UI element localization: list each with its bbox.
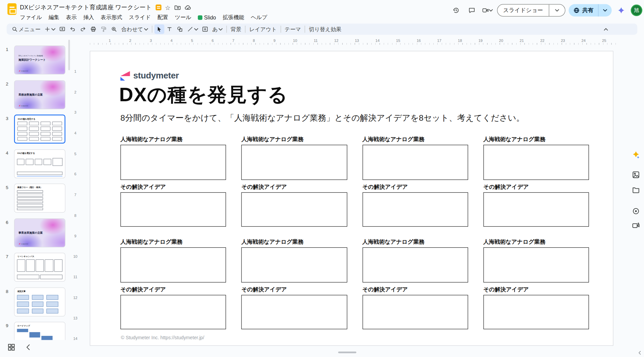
slide-thumbnail-3[interactable]: 3 DXの種を発見する — [0, 115, 69, 143]
slide-canvas[interactable]: studymeter DXの種を発見する 8分間のタイマーをかけて、「人海戦術な… — [90, 51, 613, 346]
version-history-button[interactable] — [450, 4, 462, 16]
thumbnail-preview[interactable]: DXビジネスアーキテクト育成講座 施策設計ワークシート studymeter — [14, 46, 65, 74]
new-slide-button[interactable] — [43, 24, 57, 34]
idea-input-box[interactable] — [120, 295, 226, 329]
problem-label[interactable]: 人海戦術なアナログ業務 — [241, 238, 347, 246]
share-button[interactable]: 共有 — [569, 4, 598, 16]
problem-input-box[interactable] — [120, 247, 226, 283]
thumbnail-preview[interactable]: 業務改善施策の立案 studymeter — [14, 80, 65, 109]
search-menus-button[interactable]: メニュー — [10, 24, 42, 34]
theme-button[interactable]: テーマ — [283, 24, 303, 34]
problem-input-box[interactable] — [241, 145, 347, 180]
slideshow-button[interactable]: スライドショー — [497, 5, 549, 16]
idea-label[interactable]: その解決アイデア — [241, 183, 347, 191]
filmstrip-scrollbar[interactable] — [68, 40, 70, 70]
shape-tool-button[interactable] — [175, 24, 185, 34]
idea-input-box[interactable] — [120, 192, 226, 227]
text-box-tool-button[interactable] — [165, 24, 175, 34]
thumbnail-preview[interactable]: 事業改革施策の立案 studymeter — [14, 218, 65, 247]
problem-input-box[interactable] — [362, 247, 468, 283]
problem-label[interactable]: 人海戦術なアナログ業務 — [241, 136, 347, 143]
slide-thumbnail-2[interactable]: 2 業務改善施策の立案 studymeter — [0, 80, 69, 109]
slide-thumbnail-9[interactable]: 9 ロードマップ — [0, 322, 69, 340]
idea-input-box[interactable] — [483, 295, 589, 329]
thumbnail-preview[interactable]: DXの種を選定する — [14, 149, 65, 178]
slide-thumbnail-1[interactable]: 1 DXビジネスアーキテクト育成講座 施策設計ワークシート studymeter — [0, 46, 69, 74]
menu-view[interactable]: 表示 — [63, 13, 80, 22]
input-tools-button[interactable]: あ — [211, 24, 224, 34]
menu-slido[interactable]: Slido — [195, 13, 219, 21]
problem-input-box[interactable] — [120, 145, 226, 180]
side-panel-collapse-button[interactable] — [637, 350, 642, 357]
problem-label[interactable]: 人海戦術なアナログ業務 — [483, 136, 589, 143]
problem-label[interactable]: 人海戦術なアナログ業務 — [483, 238, 589, 246]
star-icon[interactable]: ☆ — [165, 4, 171, 11]
spark-tools-button[interactable] — [630, 149, 642, 161]
slide-thumbnail-4[interactable]: 4 DXの種を選定する — [0, 149, 69, 178]
problem-label[interactable]: 人海戦術なアナログ業務 — [120, 238, 226, 246]
comments-button[interactable] — [466, 4, 478, 16]
undo-button[interactable] — [68, 24, 78, 34]
studymeter-logo[interactable]: studymeter — [120, 70, 179, 81]
idea-label[interactable]: その解決アイデア — [120, 183, 226, 191]
doc-status-badge-icon[interactable] — [155, 5, 161, 10]
background-button[interactable]: 背景 — [229, 24, 243, 34]
menu-extensions[interactable]: 拡張機能 — [219, 13, 248, 22]
problem-label[interactable]: 人海戦術なアナログ業務 — [362, 136, 468, 143]
idea-label[interactable]: その解決アイデア — [483, 183, 589, 191]
thumbnail-preview[interactable]: 仮説文章 — [14, 288, 65, 316]
slide-thumbnail-7[interactable]: 7 リーンキャンバス — [0, 253, 69, 282]
doc-title[interactable]: DXビジネスアーキテクト育成講座 ワークシート — [20, 3, 152, 11]
gemini-button[interactable] — [615, 4, 628, 16]
slide-thumbnail-8[interactable]: 8 仮説文章 — [0, 288, 69, 316]
insert-image-button[interactable] — [200, 24, 210, 34]
slide-subtitle[interactable]: 8分間のタイマーをかけて、「人海戦術なアナログ業務」とその解決アイデアを8セット… — [120, 113, 525, 124]
new-slide-layout-button[interactable] — [57, 24, 67, 34]
insert-image-rail-button[interactable] — [630, 169, 642, 180]
idea-label[interactable]: その解決アイデア — [241, 286, 347, 293]
problem-label[interactable]: 人海戦術なアナログ業務 — [120, 136, 226, 143]
zoom-button[interactable] — [109, 24, 119, 34]
thumbnail-preview[interactable]: ロードマップ — [14, 322, 65, 340]
paint-format-button[interactable] — [99, 24, 109, 34]
meet-button[interactable] — [481, 4, 494, 16]
idea-label[interactable]: その解決アイデア — [120, 286, 226, 293]
slideshow-options-button[interactable] — [549, 5, 565, 16]
menu-edit[interactable]: 編集 — [45, 13, 63, 22]
collapse-toolbar-button[interactable] — [601, 24, 611, 34]
grid-view-button[interactable] — [7, 343, 15, 353]
menu-file[interactable]: ファイル — [16, 13, 45, 22]
transition-button[interactable]: 切り替え効果 — [307, 24, 343, 34]
horizontal-scrollbar[interactable] — [338, 352, 356, 353]
drive-rail-button[interactable] — [630, 184, 642, 196]
slide-thumbnail-6[interactable]: 6 事業改革施策の立案 studymeter — [0, 218, 69, 247]
problem-input-box[interactable] — [483, 247, 589, 283]
zoom-fit-select[interactable]: 合わせて — [120, 24, 150, 34]
menu-format[interactable]: 表示形式 — [97, 13, 125, 22]
problem-input-box[interactable] — [362, 145, 468, 180]
problem-input-box[interactable] — [241, 247, 347, 283]
slide-footer[interactable]: © Studymeter Inc. https://studymeter.jp/ — [121, 335, 204, 340]
avatar[interactable]: 旭 — [631, 5, 642, 16]
camera-rail-button[interactable] — [630, 220, 642, 231]
thumbnail-preview-selected[interactable]: DXの種を発見する — [14, 115, 65, 143]
thumbnail-preview[interactable]: 業務フロー（現行・将来） — [14, 184, 65, 213]
menu-insert[interactable]: 挿入 — [80, 13, 97, 22]
collapse-filmstrip-button[interactable] — [24, 343, 32, 353]
thumbnail-preview[interactable]: リーンキャンバス — [14, 253, 65, 282]
layout-button[interactable]: レイアウト — [248, 24, 278, 34]
menu-tools[interactable]: ツール — [171, 13, 195, 22]
idea-input-box[interactable] — [241, 192, 347, 227]
idea-input-box[interactable] — [241, 295, 347, 329]
move-folder-icon[interactable] — [174, 4, 181, 11]
problem-label[interactable]: 人海戦術なアナログ業務 — [362, 238, 468, 246]
select-tool-button[interactable] — [154, 24, 164, 34]
line-tool-button[interactable] — [185, 24, 200, 34]
idea-input-box[interactable] — [362, 192, 468, 227]
google-slides-icon[interactable] — [7, 3, 16, 15]
slide-thumbnail-5[interactable]: 5 業務フロー（現行・将来） — [0, 184, 69, 213]
slide-title[interactable]: DXの種を発見する — [119, 82, 288, 108]
menu-slide[interactable]: スライド — [125, 13, 154, 22]
cloud-status-icon[interactable] — [184, 4, 191, 11]
idea-label[interactable]: その解決アイデア — [483, 286, 589, 293]
